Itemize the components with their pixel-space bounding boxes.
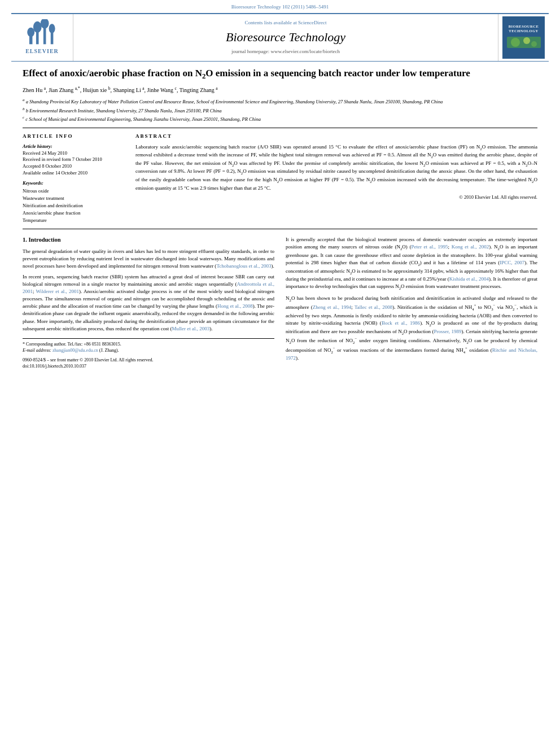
keyword-3: Nitrification and denitrification bbox=[23, 203, 124, 209]
ref-kishida[interactable]: Kishida et al., 2004 bbox=[449, 276, 489, 282]
article-info-label: ARTICLE INFO bbox=[23, 133, 124, 140]
abstract-column: ABSTRACT Laboratory scale anoxic/aerobic… bbox=[135, 133, 537, 224]
authors: Zhen Hu a, Jian Zhang a,*, Huijun xie b,… bbox=[23, 86, 537, 94]
svg-point-11 bbox=[531, 41, 537, 47]
article-title: Effect of anoxic/aerobic phase fraction … bbox=[23, 67, 537, 81]
article-content: Effect of anoxic/aerobic phase fraction … bbox=[0, 62, 560, 381]
svg-rect-4 bbox=[43, 27, 46, 44]
svg-point-7 bbox=[49, 24, 55, 33]
copyright-line: © 2010 Elsevier Ltd. All rights reserved… bbox=[135, 194, 537, 201]
article-meta-row: ARTICLE INFO Article history: Received 2… bbox=[23, 133, 537, 224]
affiliation-a: a a Shandong Provincial Key Laboratory o… bbox=[23, 98, 537, 106]
journal-main-title: Bioresource Technology bbox=[226, 29, 345, 46]
ref-hong[interactable]: Hong et al., 2008 bbox=[217, 303, 253, 309]
ref-zheng[interactable]: Zheng et al., 1994 bbox=[313, 304, 351, 310]
journal-homepage: journal homepage: www.elsevier.com/locat… bbox=[231, 48, 340, 55]
body-columns: 1. Introduction The general degradation … bbox=[23, 236, 537, 369]
intro-paragraph-1: The general degradation of water quality… bbox=[23, 248, 274, 270]
body-right-column: It is generally accepted that the biolog… bbox=[286, 236, 537, 369]
footer-doi: doi:10.1016/j.biortech.2010.10.037 bbox=[23, 363, 274, 369]
article-info-column: ARTICLE INFO Article history: Received 2… bbox=[23, 133, 124, 224]
keyword-5: Temperature bbox=[23, 217, 124, 224]
revised-date: Received in revised form 7 October 2010 bbox=[23, 156, 124, 163]
svg-rect-6 bbox=[50, 32, 53, 44]
svg-point-5 bbox=[40, 19, 49, 29]
available-date: Available online 14 October 2010 bbox=[23, 170, 124, 177]
history-label: Article history: bbox=[23, 143, 124, 150]
ref-muller[interactable]: Muller et al., 2003 bbox=[172, 326, 209, 331]
bioresource-logo-text: BIORESOURCETECHNOLOGY bbox=[509, 24, 539, 34]
svg-point-1 bbox=[27, 28, 34, 37]
body-left-column: 1. Introduction The general degradation … bbox=[23, 236, 274, 369]
keyword-4: Anoxic/aerobic phase fraction bbox=[23, 210, 124, 217]
elsevier-logo: ELSEVIER bbox=[25, 19, 59, 55]
keyword-2: Wastewater treatment bbox=[23, 195, 124, 202]
svg-point-9 bbox=[511, 38, 520, 47]
accepted-date: Accepted 8 October 2010 bbox=[23, 163, 124, 170]
journal-citation: Bioresource Technology 102 (2011) 5486–5… bbox=[231, 4, 329, 10]
keyword-1: Nitrous oxide bbox=[23, 188, 124, 195]
ref-ritchie[interactable]: Ritchie and Nicholas, 1972 bbox=[286, 347, 537, 361]
right-paragraph-1: It is generally accepted that the biolog… bbox=[286, 236, 537, 291]
elsevier-logo-area: ELSEVIER bbox=[11, 14, 73, 61]
ref-peter[interactable]: Peter et al., 1995 bbox=[411, 244, 448, 250]
bioresource-logo: BIORESOURCETECHNOLOGY bbox=[502, 16, 545, 59]
intro-paragraph-2: In recent years, sequencing batch reacto… bbox=[23, 273, 274, 332]
footnote-area: * Corresponding author. Tel./fax: +86 05… bbox=[23, 338, 274, 370]
sciencedirect-text[interactable]: ScienceDirect bbox=[298, 20, 326, 25]
svg-point-10 bbox=[523, 37, 530, 44]
journal-banner: Bioresource Technology 102 (2011) 5486–5… bbox=[0, 0, 560, 11]
affiliation-b: b b Environmental Research Institute, Sh… bbox=[23, 107, 537, 115]
footnote-email: E-mail address: zhangjian00@sdu.edu.cn (… bbox=[23, 347, 274, 353]
divider-2 bbox=[23, 229, 537, 229]
introduction-heading: 1. Introduction bbox=[23, 236, 274, 244]
page-container: Bioresource Technology 102 (2011) 5486–5… bbox=[0, 0, 560, 381]
ref-tallec[interactable]: Tallec et al., 2008 bbox=[355, 304, 392, 310]
ref-wilderer[interactable]: Wilderer et al., 2001 bbox=[36, 289, 79, 294]
journal-header: ELSEVIER Contents lists available at Sci… bbox=[11, 13, 549, 62]
ref-ipcc[interactable]: IPCC, 2007 bbox=[500, 260, 524, 265]
elsevier-tree-icon bbox=[25, 19, 59, 46]
ref-kong[interactable]: Kong et al., 2002 bbox=[452, 244, 489, 250]
affiliation-c: c c School of Municipal and Environmenta… bbox=[23, 115, 537, 123]
ref-prosser[interactable]: Prosser, 1989 bbox=[434, 329, 462, 334]
keywords-label: Keywords: bbox=[23, 180, 124, 187]
right-paragraph-2: N2O has been shown to be produced during… bbox=[286, 295, 537, 362]
bioresource-logo-area: BIORESOURCETECHNOLOGY bbox=[498, 14, 549, 61]
journal-header-center: Contents lists available at ScienceDirec… bbox=[73, 14, 498, 61]
received-date: Received 24 May 2010 bbox=[23, 150, 124, 157]
ref-bock[interactable]: Bock et al., 1986 bbox=[382, 320, 420, 326]
footer-rights: 0960-8524/$ – see front matter © 2010 El… bbox=[23, 357, 274, 363]
footnote-corresponding: * Corresponding author. Tel./fax: +86 05… bbox=[23, 341, 274, 347]
elsevier-text: ELSEVIER bbox=[25, 47, 59, 55]
sciencedirect-link: Contents lists available at ScienceDirec… bbox=[245, 19, 327, 27]
bioresource-graphic bbox=[507, 34, 541, 51]
email-link[interactable]: zhangjian00@sdu.edu.cn bbox=[53, 348, 98, 353]
divider-1 bbox=[23, 128, 537, 128]
ref-tchobanoglous[interactable]: Tchobanoglous et al., 2003 bbox=[216, 263, 271, 269]
svg-point-3 bbox=[33, 21, 41, 33]
history-row: Article history: Received 24 May 2010 Re… bbox=[23, 143, 124, 177]
abstract-label: ABSTRACT bbox=[135, 133, 537, 140]
abstract-text: Laboratory scale anoxic/aerobic sequenci… bbox=[135, 143, 537, 192]
